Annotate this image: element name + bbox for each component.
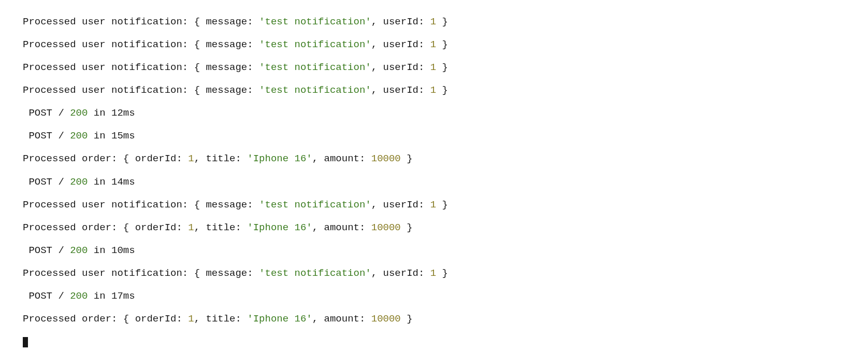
http-method: POST / [23, 290, 70, 302]
log-number: 1 [430, 85, 436, 96]
log-line: Processed user notification: { message: … [23, 193, 845, 216]
log-line: POST / 200 in 12ms [23, 102, 845, 124]
log-number: 1 [430, 62, 436, 73]
log-number: 1 [430, 268, 436, 279]
log-string: 'test notification' [259, 16, 371, 27]
log-string: 'test notification' [259, 85, 371, 96]
log-prefix: Processed user notification: { message: [23, 39, 259, 50]
log-string: 'Iphone 16' [247, 313, 312, 325]
log-line: Processed user notification: { message: … [23, 262, 845, 285]
log-prefix: Processed user notification: { message: [23, 16, 259, 27]
log-line: Processed order: { orderId: 1, title: 'I… [23, 147, 845, 170]
log-string: 'test notification' [259, 62, 371, 73]
log-prefix: Processed user notification: { message: [23, 199, 259, 211]
log-prefix: Processed user notification: { message: [23, 62, 259, 73]
log-number: 1 [188, 313, 194, 325]
http-method: POST / [23, 176, 70, 188]
terminal-output: Processed user notification: { message: … [23, 10, 845, 353]
log-prefix: Processed order: { orderId: [23, 222, 188, 233]
log-number: 10000 [371, 222, 401, 233]
http-status: 200 [70, 107, 88, 119]
log-string: 'test notification' [259, 39, 371, 50]
log-line: POST / 200 in 15ms [23, 124, 845, 147]
log-string: 'Iphone 16' [247, 153, 312, 164]
http-method: POST / [23, 245, 70, 256]
log-number: 1 [430, 16, 436, 27]
log-prefix: Processed order: { orderId: [23, 313, 188, 325]
log-number: 1 [430, 199, 436, 211]
log-line: Processed user notification: { message: … [23, 79, 845, 102]
log-line: Processed order: { orderId: 1, title: 'I… [23, 307, 845, 330]
log-prefix: Processed order: { orderId: [23, 153, 188, 164]
log-number: 1 [188, 153, 194, 164]
http-status: 200 [70, 130, 88, 142]
terminal-cursor [23, 337, 28, 347]
http-method: POST / [23, 107, 70, 119]
log-string: 'test notification' [259, 199, 371, 211]
log-line: POST / 200 in 14ms [23, 171, 845, 193]
log-prefix: Processed user notification: { message: [23, 85, 259, 96]
log-line: POST / 200 in 17ms [23, 285, 845, 307]
http-method: POST / [23, 130, 70, 142]
http-status: 200 [70, 176, 88, 188]
log-line: POST / 200 in 10ms [23, 239, 845, 262]
log-line: Processed user notification: { message: … [23, 56, 845, 79]
http-status: 200 [70, 245, 88, 256]
log-number: 1 [188, 222, 194, 233]
log-number: 10000 [371, 313, 401, 325]
http-status: 200 [70, 290, 88, 302]
log-line: Processed user notification: { message: … [23, 33, 845, 56]
cursor-line [23, 330, 845, 353]
log-string: 'test notification' [259, 268, 371, 279]
log-line: Processed order: { orderId: 1, title: 'I… [23, 216, 845, 239]
log-line: Processed user notification: { message: … [23, 10, 845, 33]
log-prefix: Processed user notification: { message: [23, 268, 259, 279]
log-number: 10000 [371, 153, 401, 164]
log-number: 1 [430, 39, 436, 50]
log-string: 'Iphone 16' [247, 222, 312, 233]
